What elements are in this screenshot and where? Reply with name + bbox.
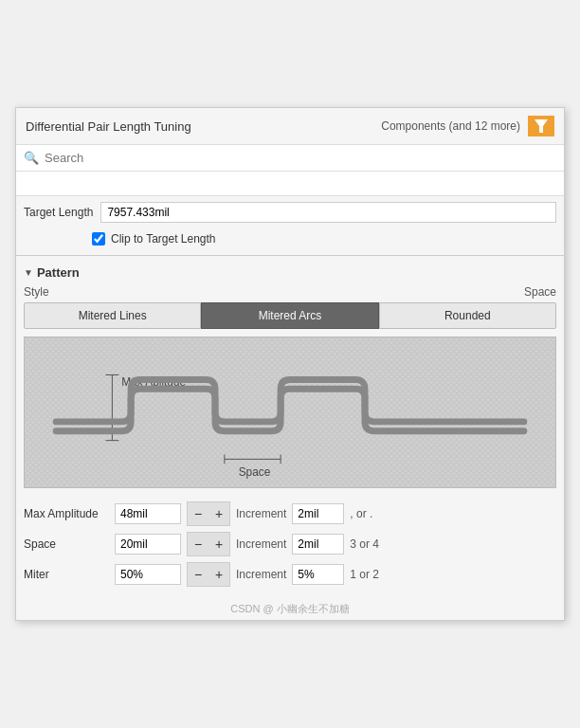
watermark: CSDN @ 小幽余生不加糖 <box>16 598 564 620</box>
tabs-row: Mitered Lines Mitered Arcs Rounded <box>16 302 564 329</box>
space-stepper: − + <box>187 532 230 556</box>
amplitude-input[interactable] <box>115 503 181 524</box>
style-row: Style Space <box>16 283 564 302</box>
space-increment-input[interactable] <box>292 534 344 555</box>
main-panel: Differential Pair Length Tuning Componen… <box>15 107 565 621</box>
miter-increment-input[interactable] <box>292 564 344 585</box>
target-length-input[interactable] <box>100 202 556 223</box>
space-suffix: 3 or 4 <box>350 537 379 551</box>
space-input[interactable] <box>115 534 181 555</box>
empty-row <box>16 172 564 196</box>
search-icon: 🔍 <box>24 151 39 165</box>
miter-increment-label: Increment <box>236 568 286 581</box>
space-decrement[interactable]: − <box>188 533 208 555</box>
amplitude-increment-input[interactable] <box>292 503 344 524</box>
search-row: 🔍 <box>16 145 564 172</box>
preview-svg: Max Aplitude Space <box>25 337 555 487</box>
miter-suffix: 1 or 2 <box>350 568 379 581</box>
param-row-miter: Miter − + Increment 1 or 2 <box>24 562 556 587</box>
amplitude-stepper: − + <box>187 501 230 526</box>
search-input[interactable] <box>45 151 556 165</box>
collapse-icon[interactable]: ▼ <box>24 267 33 278</box>
header-right: Components (and 12 more) <box>381 116 554 136</box>
svg-marker-0 <box>535 119 548 133</box>
filter-icon <box>535 119 548 133</box>
panel-header: Differential Pair Length Tuning Componen… <box>16 108 564 145</box>
amplitude-increment-label: Increment <box>236 507 286 520</box>
miter-decrement[interactable]: − <box>188 563 208 586</box>
miter-stepper: − + <box>187 562 230 587</box>
style-label: Style <box>24 285 49 299</box>
param-row-amplitude: Max Amplitude − + Increment , or . <box>24 501 556 526</box>
amplitude-increment[interactable]: + <box>208 502 229 525</box>
space-increment-label: Increment <box>236 537 286 551</box>
tab-mitered-arcs[interactable]: Mitered Arcs <box>201 302 378 329</box>
filter-button[interactable] <box>528 116 554 136</box>
space-right-label: Space <box>524 285 556 299</box>
clip-label: Clip to Target Length <box>111 232 216 246</box>
target-label: Target Length <box>24 206 93 219</box>
pattern-header: ▼ Pattern <box>16 262 564 283</box>
param-row-space: Space − + Increment 3 or 4 <box>24 532 556 556</box>
params-section: Max Amplitude − + Increment , or . Space… <box>16 496 564 598</box>
amplitude-label: Max Amplitude <box>24 507 109 520</box>
space-label: Space <box>24 537 109 551</box>
tab-rounded[interactable]: Rounded <box>379 302 556 329</box>
amplitude-suffix: , or . <box>350 507 372 520</box>
miter-increment-btn[interactable]: + <box>208 563 229 586</box>
miter-input[interactable] <box>115 564 181 585</box>
clip-row: Clip to Target Length <box>16 228 564 249</box>
miter-label: Miter <box>24 568 109 581</box>
clip-checkbox[interactable] <box>92 232 105 246</box>
amplitude-decrement[interactable]: − <box>188 502 208 525</box>
tab-mitered-lines[interactable]: Mitered Lines <box>24 302 201 329</box>
svg-text:Space: Space <box>239 465 271 479</box>
pattern-section-label: Pattern <box>37 265 80 280</box>
space-increment-btn[interactable]: + <box>208 533 229 555</box>
panel-title: Differential Pair Length Tuning <box>26 119 191 134</box>
pattern-preview: Max Aplitude Space <box>24 337 556 488</box>
divider <box>16 255 564 256</box>
target-row: Target Length <box>16 196 564 228</box>
components-label: Components (and 12 more) <box>381 119 520 133</box>
